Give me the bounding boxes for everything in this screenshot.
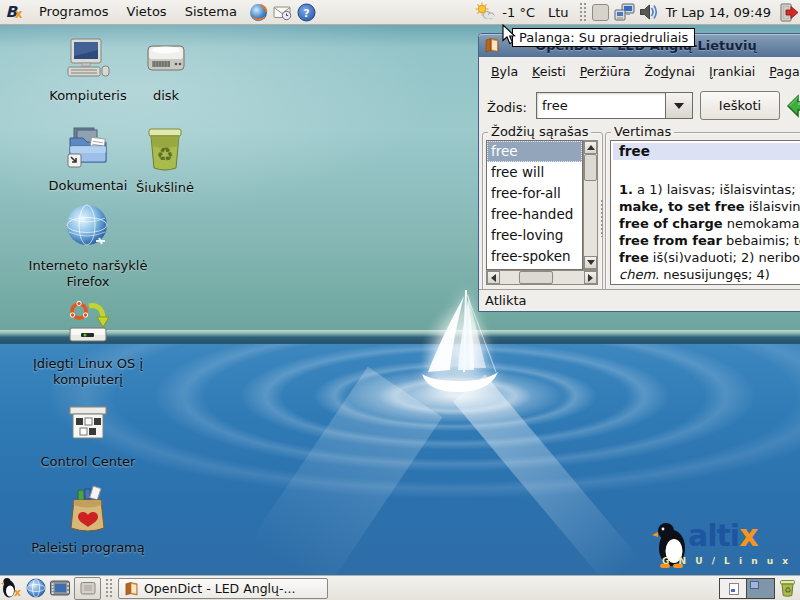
temperature-label[interactable]: -1 °C xyxy=(497,5,540,20)
combo-dropdown-button[interactable] xyxy=(666,92,693,119)
menu-keisti[interactable]: Keisti xyxy=(525,59,573,85)
translation-groupbox: Vertimas free 1. a 1) laisvas; išlaisvin… xyxy=(605,132,800,291)
list-item[interactable]: free will xyxy=(487,162,582,183)
menu-irankiai[interactable]: Įrankiai xyxy=(702,59,762,85)
keyboard-indicator[interactable]: Ltu xyxy=(540,5,577,20)
chevron-down-icon xyxy=(674,103,684,109)
translation-view: free 1. a 1) laisvas; išlaisvintas; to m… xyxy=(610,140,800,285)
menu-perziura[interactable]: Peržiūra xyxy=(573,59,638,85)
status-bar: Atlikta xyxy=(479,289,800,311)
control-center-icon xyxy=(64,404,112,451)
definition-text: 1. a 1) laisvas; išlaisvintas; to make, … xyxy=(611,160,800,283)
weather-tooltip: Palanga: Su pragiedruliais xyxy=(512,28,695,47)
list-item[interactable]: free-loving xyxy=(487,225,582,246)
icon-label: Interneto naršyklė xyxy=(29,258,148,274)
firefox-globe-icon xyxy=(63,202,113,255)
install-os-icon xyxy=(63,300,113,353)
tray-icon[interactable] xyxy=(590,1,612,23)
desktop-icon-control-center[interactable]: Control Center xyxy=(28,404,148,470)
menu-pagalba[interactable]: Pagalba xyxy=(762,59,800,85)
task-button-label: OpenDict - LED Anglų-... xyxy=(144,581,295,596)
disk-icon xyxy=(143,38,189,85)
scroll-up-button[interactable] xyxy=(584,141,597,154)
menu-sistema[interactable]: Sistema xyxy=(176,0,246,24)
search-button[interactable]: Ieškoti xyxy=(700,91,780,120)
wordlist-view[interactable]: free free will free-for-all free-handed … xyxy=(486,140,583,270)
logo-gnu-linux: G N U / L i n u x xyxy=(662,556,791,566)
h-scroll-thumb[interactable] xyxy=(519,271,553,284)
word-input[interactable]: free xyxy=(536,92,666,119)
panel-handle[interactable] xyxy=(579,2,587,22)
trash-icon: ♻ xyxy=(141,124,189,177)
opendict-window: OpenDict - LED Anglų-Lietuvių Byla Keist… xyxy=(478,33,800,312)
workspace-window-thumb xyxy=(729,583,739,595)
triangle-down-icon xyxy=(587,260,595,265)
desktop-icon-paleisti[interactable]: Paleisti programą xyxy=(28,484,148,556)
web-browser-icon[interactable] xyxy=(25,577,47,599)
volume-icon[interactable] xyxy=(638,1,660,23)
computer-icon xyxy=(64,36,112,85)
svg-text:x: x xyxy=(14,586,21,599)
translation-legend: Vertimas xyxy=(611,124,674,139)
list-item[interactable]: free-for-all xyxy=(487,183,582,204)
desktop-icon-install-os[interactable]: Įdiegti Linux OS į kompiuterį xyxy=(23,300,153,388)
workspace-1[interactable] xyxy=(720,579,747,598)
wordlist-legend: Žodžių sąrašas xyxy=(488,124,591,139)
triangle-up-icon xyxy=(587,145,595,150)
triangle-left-icon xyxy=(491,274,496,282)
icon-label: Firefox xyxy=(66,274,109,290)
menu-zodynai[interactable]: Žodynai xyxy=(637,59,702,85)
list-item[interactable]: free-handed xyxy=(487,204,582,225)
scroll-right-button[interactable] xyxy=(584,271,597,284)
logout-icon[interactable] xyxy=(777,1,799,23)
media-player-icon[interactable] xyxy=(49,577,71,599)
h-scrollbar[interactable] xyxy=(486,270,598,285)
icon-label: Įdiegti Linux OS į xyxy=(33,356,143,372)
list-item[interactable]: free xyxy=(487,141,582,162)
window-menubar: Byla Keisti Peržiūra Žodynai Įrankiai Pa… xyxy=(479,57,800,86)
headword: free xyxy=(613,143,800,160)
baltix-taskbar-icon[interactable]: x xyxy=(1,577,23,599)
taskbar-trash-icon[interactable]: ♻ xyxy=(776,577,798,599)
list-item[interactable]: free-spoken xyxy=(487,246,582,267)
icon-label: disk xyxy=(153,88,179,104)
workspace-2[interactable] xyxy=(747,579,774,598)
documents-icon xyxy=(64,126,112,175)
desktop-icon-disk[interactable]: disk xyxy=(118,38,214,104)
word-label: Žodis: xyxy=(487,100,527,115)
logo-x: x xyxy=(15,7,23,21)
help-icon[interactable]: ? xyxy=(295,1,317,23)
firefox-launcher-icon[interactable] xyxy=(247,1,269,23)
svg-text:♻: ♻ xyxy=(156,143,173,165)
back-arrow-icon[interactable] xyxy=(786,93,800,122)
scroll-left-button[interactable] xyxy=(487,271,500,284)
v-scroll-thumb[interactable] xyxy=(584,154,597,181)
menu-byla[interactable]: Byla xyxy=(484,59,525,85)
v-scrollbar[interactable] xyxy=(583,140,598,270)
menu-vietos[interactable]: Vietos xyxy=(118,0,176,24)
show-desktop-icon xyxy=(80,581,96,596)
word-combobox[interactable]: free xyxy=(536,92,693,119)
logo-text-blue: alti xyxy=(688,518,739,553)
baltix-menu-icon[interactable]: Bx xyxy=(1,1,29,23)
taskbar-handle[interactable] xyxy=(105,578,113,598)
workspace-window-thumb xyxy=(750,581,759,589)
weather-icon[interactable] xyxy=(474,1,496,23)
desktop-icon-siuksline[interactable]: ♻ Šiukšlinė xyxy=(115,124,215,196)
top-panel: Bx Programos Vietos Sistema ? xyxy=(0,0,800,25)
wordlist-groupbox: Žodžių sąrašas free free will free-for-a… xyxy=(482,132,603,291)
package-bag-icon xyxy=(64,484,112,537)
menu-programos[interactable]: Programos xyxy=(30,0,118,24)
clock[interactable]: Tr Lap 14, 09:49 xyxy=(661,5,776,20)
mail-icon[interactable] xyxy=(271,1,293,23)
scroll-down-button[interactable] xyxy=(584,256,597,269)
book-icon xyxy=(124,581,139,596)
task-button[interactable]: OpenDict - LED Anglų-... xyxy=(118,578,328,599)
show-desktop-button[interactable] xyxy=(74,577,101,600)
book-icon xyxy=(484,37,500,56)
tray-placeholder-icon xyxy=(592,4,609,21)
mouse-cursor-icon xyxy=(501,24,517,49)
network-icon[interactable] xyxy=(614,1,636,23)
taskbar: x OpenDict - LED Ang xyxy=(0,575,800,600)
desktop-icon-firefox[interactable]: Interneto naršyklė Firefox xyxy=(23,202,153,290)
